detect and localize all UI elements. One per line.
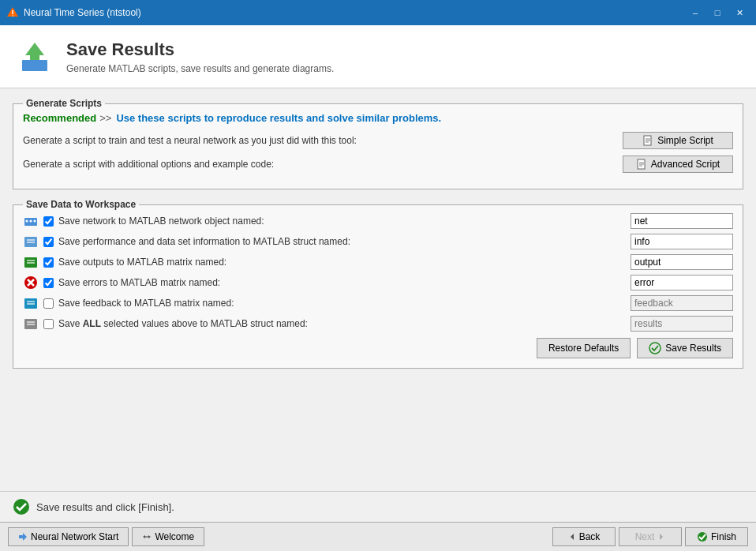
back-label: Back	[579, 531, 601, 542]
advanced-script-button[interactable]: Advanced Script	[623, 156, 733, 173]
simple-script-button[interactable]: Simple Script	[623, 132, 733, 149]
generate-scripts-group: Generate Scripts Recommended >> Use thes…	[13, 98, 743, 189]
svg-marker-40	[660, 534, 663, 540]
output-checkbox[interactable]	[43, 257, 54, 268]
close-button[interactable]: ✕	[729, 5, 750, 21]
svg-marker-35	[19, 533, 27, 541]
error-input[interactable]	[631, 275, 733, 290]
network-label: Save network to MATLAB network object na…	[58, 216, 631, 227]
svg-rect-3	[22, 60, 47, 71]
save-data-legend: Save Data to Workspace	[23, 199, 139, 210]
finish-icon	[697, 531, 708, 542]
advanced-script-btn-label: Advanced Script	[651, 159, 720, 170]
generate-scripts-legend: Generate Scripts	[23, 98, 105, 109]
status-icon	[13, 498, 30, 515]
info-checkbox[interactable]	[43, 237, 54, 247]
info-input[interactable]	[631, 234, 733, 249]
simple-script-btn-label: Simple Script	[657, 135, 713, 146]
window-title: Neural Time Series (ntstool)	[24, 7, 685, 18]
svg-rect-5	[30, 51, 39, 60]
recommended-text: Use these scripts to reproduce results a…	[116, 112, 441, 124]
save-results-label: Save Results	[665, 343, 721, 354]
back-icon	[568, 533, 576, 541]
save-row-error: Save errors to MATLAB matrix named:	[23, 275, 733, 290]
network-icon	[23, 213, 39, 229]
next-label: Next	[635, 531, 655, 542]
document-icon	[636, 159, 647, 170]
welcome-button[interactable]: Welcome	[132, 527, 204, 546]
action-row: Restore Defaults Save Results	[23, 338, 733, 358]
title-bar: Neural Time Series (ntstool) – □ ✕	[0, 0, 756, 25]
output-icon	[23, 254, 39, 270]
status-text: Save results and click [Finish].	[36, 501, 174, 513]
all-label: Save ALL selected values above to MATLAB…	[58, 318, 631, 329]
next-button[interactable]: Next	[619, 527, 682, 546]
recommended-row: Recommended >> Use these scripts to repr…	[23, 112, 733, 124]
welcome-icon	[142, 532, 152, 542]
advanced-script-label: Generate a script with additional option…	[23, 159, 274, 170]
feedback-label: Save feedback to MATLAB matrix named:	[58, 298, 631, 309]
window-controls: – □ ✕	[685, 5, 750, 21]
finish-label: Finish	[711, 531, 736, 542]
maximize-button[interactable]: □	[707, 5, 728, 21]
save-row-all: Save ALL selected values above to MATLAB…	[23, 316, 733, 332]
svg-point-34	[13, 499, 29, 515]
main-content: Save Results Generate MATLAB scripts, sa…	[0, 25, 756, 551]
info-icon	[23, 234, 39, 249]
feedback-input[interactable]	[631, 295, 733, 311]
finish-button[interactable]: Finish	[685, 527, 748, 546]
simple-script-label: Generate a script to train and test a ne…	[23, 135, 357, 146]
save-row-network: Save network to MATLAB network object na…	[23, 213, 733, 229]
svg-marker-36	[143, 535, 145, 538]
svg-point-17	[34, 220, 36, 223]
neural-network-start-label: Neural Network Start	[31, 531, 118, 542]
body-area: Generate Scripts Recommended >> Use thes…	[0, 88, 756, 491]
save-row-feedback: Save feedback to MATLAB matrix named:	[23, 295, 733, 311]
restore-defaults-button[interactable]: Restore Defaults	[537, 338, 631, 358]
footer-left: Neural Network Start Welcome	[8, 527, 204, 546]
error-checkbox[interactable]	[43, 278, 54, 288]
status-bar: Save results and click [Finish].	[0, 491, 756, 522]
feedback-icon	[23, 295, 39, 311]
restore-defaults-label: Restore Defaults	[548, 343, 619, 354]
save-icon	[649, 342, 661, 354]
all-input[interactable]	[631, 316, 733, 332]
header-icon	[16, 38, 54, 76]
svg-point-2	[12, 15, 13, 17]
info-label: Save performance and data set informatio…	[58, 236, 631, 247]
recommended-arrow: >>	[99, 112, 111, 124]
next-icon	[657, 533, 665, 541]
start-icon	[18, 532, 28, 542]
save-row-info: Save performance and data set informatio…	[23, 234, 733, 249]
error-icon	[23, 275, 39, 290]
page-title: Save Results	[66, 39, 334, 60]
header-text: Save Results Generate MATLAB scripts, sa…	[66, 39, 334, 74]
neural-network-start-button[interactable]: Neural Network Start	[8, 527, 129, 546]
output-input[interactable]	[631, 254, 733, 270]
advanced-script-row: Generate a script with additional option…	[23, 156, 733, 173]
header: Save Results Generate MATLAB scripts, sa…	[0, 25, 756, 88]
svg-point-16	[30, 220, 32, 223]
page-subtitle: Generate MATLAB scripts, save results an…	[66, 63, 334, 74]
feedback-checkbox[interactable]	[43, 298, 54, 309]
svg-point-33	[649, 343, 661, 354]
svg-marker-37	[148, 535, 151, 538]
svg-marker-39	[571, 534, 574, 540]
welcome-label: Welcome	[155, 531, 194, 542]
recommended-badge: Recommended	[23, 112, 96, 124]
footer: Neural Network Start Welcome Back Next	[0, 522, 756, 551]
back-button[interactable]: Back	[552, 527, 616, 546]
output-label: Save outputs to MATLAB matrix named:	[58, 257, 631, 268]
svg-point-15	[26, 220, 28, 223]
all-checkbox[interactable]	[43, 319, 54, 329]
network-input[interactable]	[631, 213, 733, 229]
app-icon	[6, 6, 19, 19]
save-row-output: Save outputs to MATLAB matrix named:	[23, 254, 733, 270]
network-checkbox[interactable]	[43, 216, 54, 227]
error-label: Save errors to MATLAB matrix named:	[58, 277, 631, 288]
save-results-button[interactable]: Save Results	[637, 338, 733, 358]
minimize-button[interactable]: –	[685, 5, 705, 21]
all-icon	[23, 316, 39, 332]
simple-script-row: Generate a script to train and test a ne…	[23, 132, 733, 149]
document-icon	[642, 135, 653, 146]
